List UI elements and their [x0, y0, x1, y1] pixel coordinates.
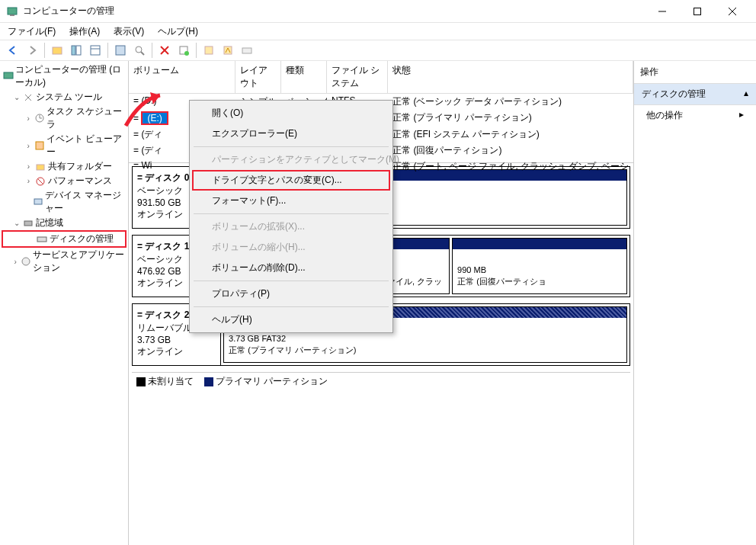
svg-rect-29 — [37, 237, 46, 242]
ctx-mark-active: パーティションをアクティブとしてマーク(M) — [192, 149, 390, 170]
tb-icon[interactable] — [219, 42, 236, 59]
ctx-extend: ボリュームの拡張(X)... — [192, 216, 390, 237]
legend-unalloc: 未割り当て — [148, 376, 194, 386]
tree-item[interactable]: システム ツール — [36, 91, 102, 104]
tools-icon — [22, 91, 34, 104]
actions-current[interactable]: ディスクの管理▴ — [634, 84, 756, 105]
svg-rect-20 — [242, 48, 251, 53]
partition[interactable]: 990 MB正常 (回復パーティショ — [452, 238, 627, 294]
svg-rect-28 — [24, 221, 32, 226]
collapse-icon[interactable]: ▴ — [744, 88, 748, 101]
svg-rect-27 — [34, 199, 42, 204]
clock-icon — [34, 112, 45, 124]
expander-icon[interactable]: ⌄ — [12, 219, 21, 227]
menu-file[interactable]: ファイル(F) — [5, 24, 59, 40]
svg-rect-1 — [10, 14, 14, 16]
computer-icon — [3, 70, 14, 82]
svg-rect-7 — [72, 46, 75, 55]
ctx-delete[interactable]: ボリュームの削除(D)... — [192, 258, 390, 278]
menu-help[interactable]: ヘルプ(H) — [155, 24, 201, 40]
storage-icon — [22, 217, 34, 229]
menu-action[interactable]: 操作(A) — [66, 24, 103, 40]
tree-item[interactable]: タスク スケジューラ — [46, 105, 125, 131]
col-status[interactable]: 状態 — [388, 61, 633, 93]
delete-icon[interactable] — [156, 42, 173, 59]
tree-item[interactable]: 記憶域 — [36, 216, 63, 229]
tree-item[interactable]: サービスとアプリケーション — [33, 248, 126, 274]
expander-icon[interactable]: › — [24, 162, 33, 171]
perf-icon — [34, 175, 46, 188]
minimize-button[interactable] — [645, 0, 680, 23]
tb-icon[interactable] — [175, 42, 192, 59]
tb-icon[interactable] — [87, 42, 104, 59]
svg-rect-0 — [8, 8, 17, 14]
expander-icon[interactable]: › — [12, 258, 19, 266]
chevron-right-icon: ▸ — [739, 109, 744, 122]
svg-rect-21 — [4, 72, 13, 79]
folder-icon — [34, 161, 46, 173]
ctx-change-drive-letter[interactable]: ドライブ文字とパスの変更(C)... — [192, 170, 390, 191]
svg-rect-24 — [37, 165, 44, 170]
col-fs[interactable]: ファイル システム — [327, 61, 388, 93]
ctx-properties[interactable]: プロパティ(P) — [192, 284, 390, 304]
close-button[interactable] — [715, 0, 750, 23]
maximize-button[interactable] — [680, 0, 715, 23]
expander-icon[interactable]: ⌄ — [12, 93, 21, 101]
tree-item[interactable]: パフォーマンス — [48, 175, 112, 188]
ctx-open[interactable]: 開く(O) — [192, 103, 390, 123]
col-layout[interactable]: レイアウト — [235, 61, 281, 93]
col-type[interactable]: 種類 — [281, 61, 327, 93]
expander-icon[interactable]: › — [24, 142, 32, 150]
tree-item[interactable]: イベント ビューアー — [46, 133, 125, 159]
svg-rect-6 — [53, 47, 62, 54]
expander-icon[interactable]: › — [24, 177, 33, 185]
nav-tree[interactable]: コンピューターの管理 (ローカル) ⌄システム ツール ›タスク スケジューラ … — [0, 61, 129, 545]
svg-line-26 — [37, 178, 43, 184]
svg-rect-9 — [91, 46, 100, 55]
tb-icon[interactable] — [49, 42, 66, 59]
legend-primary: プライマリ パーティション — [216, 376, 328, 386]
toolbar — [0, 40, 756, 61]
event-icon — [34, 139, 45, 152]
ctx-format[interactable]: フォーマット(F)... — [192, 191, 390, 211]
svg-point-30 — [22, 258, 30, 265]
ctx-help[interactable]: ヘルプ(H) — [192, 309, 390, 330]
menu-bar: ファイル(F) 操作(A) 表示(V) ヘルプ(H) — [0, 23, 756, 40]
legend: 未割り当て プライマリ パーティション — [132, 372, 630, 390]
tb-icon[interactable] — [112, 42, 129, 59]
svg-line-13 — [141, 52, 144, 55]
svg-point-17 — [184, 51, 189, 56]
svg-rect-18 — [205, 46, 213, 54]
services-icon — [21, 255, 31, 268]
tree-disk-mgmt[interactable]: ディスクの管理 — [50, 232, 114, 245]
tb-icon[interactable] — [68, 42, 85, 59]
forward-button[interactable] — [24, 42, 40, 59]
tree-item[interactable]: 共有フォルダー — [48, 160, 112, 173]
title-bar: コンピューターの管理 — [0, 0, 756, 23]
svg-rect-23 — [36, 142, 43, 149]
menu-view[interactable]: 表示(V) — [111, 24, 147, 40]
back-button[interactable] — [5, 42, 21, 59]
ctx-explorer[interactable]: エクスプローラー(E) — [192, 123, 390, 144]
svg-rect-8 — [76, 46, 81, 55]
tree-root[interactable]: コンピューターの管理 (ローカル) — [15, 63, 125, 89]
svg-rect-3 — [694, 8, 701, 14]
context-menu[interactable]: 開く(O) エクスプローラー(E) パーティションをアクティブとしてマーク(M)… — [189, 100, 393, 333]
tb-icon[interactable] — [239, 42, 255, 59]
actions-title: 操作 — [634, 61, 756, 84]
actions-pane: 操作 ディスクの管理▴ 他の操作▸ — [634, 61, 756, 545]
device-icon — [33, 196, 43, 208]
tree-item[interactable]: デバイス マネージャー — [45, 189, 125, 215]
tb-icon[interactable] — [200, 42, 217, 59]
volume-list-header: ボリューム レイアウト 種類 ファイル システム 状態 — [129, 61, 633, 94]
svg-point-12 — [136, 46, 142, 53]
window-title: コンピューターの管理 — [23, 5, 645, 18]
tb-icon[interactable] — [131, 42, 148, 59]
actions-other[interactable]: 他の操作▸ — [634, 105, 756, 126]
app-icon — [6, 5, 18, 18]
disk-icon — [36, 233, 48, 245]
ctx-shrink: ボリュームの縮小(H)... — [192, 237, 390, 258]
svg-rect-11 — [116, 46, 125, 55]
expander-icon[interactable]: › — [24, 114, 32, 123]
